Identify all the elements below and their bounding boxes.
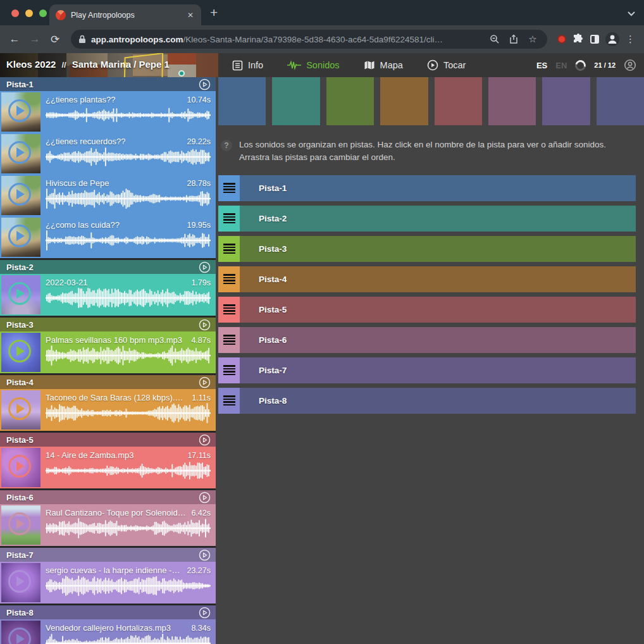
audio-clip[interactable]: Taconeo de Sara Baras (128 kbps).mp3 1.1…: [0, 389, 216, 431]
track-row-pista-7: Pista-7: [218, 357, 636, 383]
zoom-window-button[interactable]: [39, 9, 47, 17]
drag-handle[interactable]: [218, 206, 240, 232]
track-header[interactable]: Pista-2: [0, 260, 216, 274]
audio-clip[interactable]: 2022-03-21 1.79s: [0, 274, 216, 316]
map-icon: [364, 60, 375, 70]
share-icon[interactable]: [507, 32, 521, 46]
clip-duration: 28.78s: [187, 179, 211, 188]
clip-play-button[interactable]: [8, 282, 31, 305]
tab-sonidos[interactable]: Sonidos: [287, 60, 339, 70]
clip-play-button[interactable]: [8, 512, 31, 535]
track-header[interactable]: Pista-7: [0, 548, 216, 562]
audio-clip[interactable]: ¿¿como las cuida?? 19.95s: [0, 216, 216, 258]
zoom-out-icon[interactable]: [488, 32, 502, 46]
audio-clip[interactable]: Vendedor callejero Hortalizas.mp3 8.34s: [0, 619, 216, 644]
track-name-button[interactable]: Pista-7: [240, 357, 636, 383]
clip-play-button[interactable]: [8, 225, 31, 247]
track-play-icon[interactable]: [199, 549, 211, 561]
clip-play-button[interactable]: [8, 455, 31, 478]
tab-tocar[interactable]: Tocar: [427, 59, 466, 71]
clip-body: Raul Cantizano- Toque por Solenoide.mp3 …: [46, 504, 216, 539]
bookmark-star-icon[interactable]: ☆: [526, 32, 540, 46]
track-header[interactable]: Pista-4: [0, 375, 216, 389]
clip-play-button[interactable]: [8, 570, 31, 593]
track-header[interactable]: Pista-5: [0, 433, 216, 447]
drag-handle[interactable]: [218, 175, 240, 201]
track-swatch-pista-8[interactable]: [597, 77, 644, 125]
clip-title: 2022-03-21: [46, 278, 88, 287]
tab-search-chevron-icon[interactable]: [628, 11, 635, 16]
track-header[interactable]: Pista-8: [0, 605, 216, 619]
track-play-icon[interactable]: [199, 78, 211, 90]
drag-handle[interactable]: [218, 327, 240, 353]
track-name-button[interactable]: Pista-6: [240, 327, 636, 353]
track-header[interactable]: Pista-1: [0, 77, 216, 91]
track-swatch-pista-7[interactable]: [542, 77, 590, 125]
close-window-button[interactable]: [11, 9, 19, 17]
clip-thumbnail: [1, 563, 40, 602]
clip-play-button[interactable]: [8, 340, 31, 362]
clip-play-button[interactable]: [8, 141, 31, 164]
audio-clip[interactable]: ¿¿tienes recuerdos?? 29.22s: [0, 133, 216, 175]
clip-play-button[interactable]: [8, 397, 31, 420]
minimize-window-button[interactable]: [25, 9, 33, 17]
track-name-button[interactable]: Pista-4: [240, 266, 636, 292]
audio-clip[interactable]: 14 - Aire de Zamba.mp3 17.11s: [0, 447, 216, 488]
drag-handle[interactable]: [218, 236, 240, 262]
help-icon: ?: [221, 140, 232, 151]
recording-extension-icon[interactable]: [557, 35, 566, 44]
track-name-button[interactable]: Pista-1: [240, 175, 636, 201]
track-play-icon[interactable]: [199, 376, 211, 388]
project-header-image[interactable]: Kleos 2022 // Santa Marina / Pepe 1: [0, 53, 218, 77]
tab-mapa[interactable]: Mapa: [364, 60, 403, 70]
track-name-button[interactable]: Pista-3: [240, 236, 636, 262]
browser-profile-avatar[interactable]: [605, 32, 619, 46]
url-bar[interactable]: app.antropoloops.com/Kleos-Santa-Marina/…: [71, 30, 547, 49]
track-name-button[interactable]: Pista-5: [240, 297, 636, 323]
lang-es-button[interactable]: ES: [536, 61, 547, 70]
audio-clip[interactable]: ¿¿tienes plantas?? 10.74s: [0, 91, 216, 133]
track-swatch-pista-4[interactable]: [380, 77, 428, 125]
lang-en-button[interactable]: EN: [555, 61, 567, 70]
lock-icon[interactable]: [78, 35, 86, 44]
track-play-icon[interactable]: [199, 607, 211, 619]
new-tab-button[interactable]: +: [210, 5, 218, 20]
clip-play-button[interactable]: [8, 99, 31, 122]
drag-handle[interactable]: [218, 388, 240, 414]
tab-close-icon[interactable]: ✕: [186, 9, 195, 21]
back-button[interactable]: ←: [6, 31, 23, 47]
audio-clip[interactable]: Raul Cantizano- Toque por Solenoide.mp3 …: [0, 504, 216, 546]
track-swatch-pista-3[interactable]: [326, 77, 374, 125]
track-name-button[interactable]: Pista-2: [240, 206, 636, 232]
drag-handle[interactable]: [218, 297, 240, 323]
account-icon[interactable]: [624, 59, 636, 71]
track-play-icon[interactable]: [199, 319, 211, 331]
track-swatch-pista-6[interactable]: [488, 77, 536, 125]
tab-info[interactable]: Info: [232, 60, 263, 71]
track-header[interactable]: Pista-3: [0, 318, 216, 331]
tab-sonidos-label: Sonidos: [306, 60, 339, 70]
drag-handle[interactable]: [218, 266, 240, 292]
clip-thumbnail: [1, 621, 40, 644]
track-header[interactable]: Pista-6: [0, 490, 216, 504]
browser-menu-icon[interactable]: ⋮: [626, 34, 635, 45]
track-swatch-pista-5[interactable]: [435, 77, 482, 125]
side-panel-icon[interactable]: [590, 35, 599, 44]
audio-clip[interactable]: Palmas sevillanas 160 bpm mp3.mp3 4.87s: [0, 331, 216, 373]
clip-play-button[interactable]: [8, 183, 31, 206]
reload-button[interactable]: ⟳: [47, 31, 63, 47]
extensions-puzzle-icon[interactable]: [573, 34, 584, 45]
audio-clip[interactable]: sergio cuevas - la harpe indienne - 03 -…: [0, 562, 216, 604]
track-play-icon[interactable]: [199, 492, 211, 504]
track-play-icon[interactable]: [199, 434, 211, 446]
clip-play-button[interactable]: [8, 628, 31, 644]
track-swatch-pista-1[interactable]: [218, 77, 266, 125]
track-play-icon[interactable]: [199, 261, 211, 273]
sidebar-track-pista-6: Pista-6 Raul Cantizano- Toque por Soleno…: [0, 490, 216, 546]
audio-clip[interactable]: Hiviscus de Pepe 28.78s: [0, 175, 216, 216]
forward-button[interactable]: →: [27, 31, 43, 47]
track-swatch-pista-2[interactable]: [272, 77, 319, 125]
track-name-button[interactable]: Pista-8: [240, 388, 636, 414]
drag-handle[interactable]: [218, 357, 240, 383]
browser-tab[interactable]: Play Antropoloops ✕: [49, 4, 201, 25]
